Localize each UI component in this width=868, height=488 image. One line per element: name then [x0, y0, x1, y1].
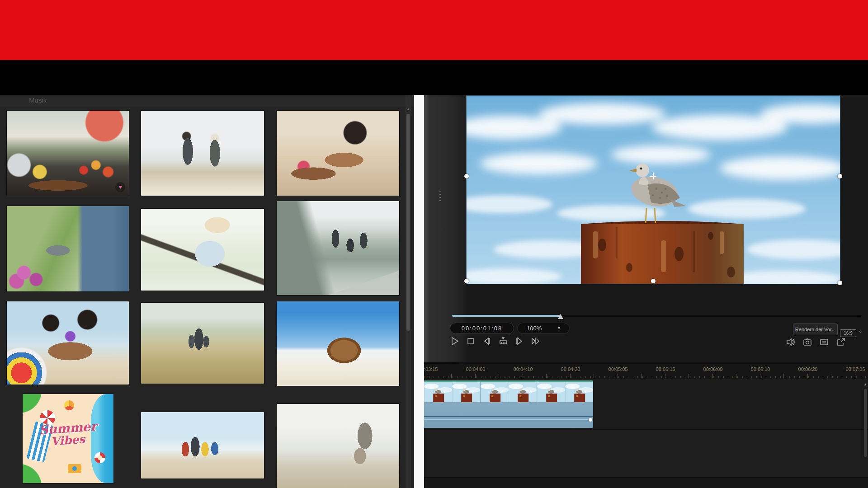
- selection-handle-bottom-left[interactable]: [464, 279, 469, 283]
- scrubber-playhead[interactable]: [558, 314, 563, 319]
- lifebuoy-icon: [94, 452, 105, 463]
- clip-volume-line[interactable]: [424, 419, 593, 420]
- next-frame-button[interactable]: [514, 335, 525, 347]
- media-category-header: Musik: [0, 95, 414, 107]
- fast-forward-button[interactable]: [530, 335, 542, 347]
- preview-scrubber[interactable]: [452, 314, 861, 318]
- header-bar: [0, 60, 868, 95]
- camera-illustration-icon: [68, 464, 81, 473]
- thumbnail-family-on-beach[interactable]: [141, 412, 264, 479]
- chevron-down-icon[interactable]: ⌄: [858, 328, 863, 334]
- ruler-label: 00:03:15: [424, 366, 438, 372]
- selection-handle-mid-left[interactable]: [464, 174, 469, 178]
- preview-tools: [785, 336, 847, 348]
- ruler-label: 00:04:10: [514, 366, 533, 372]
- timecode-display: 00:00:01:08: [450, 323, 514, 334]
- selection-handle-bottom-center[interactable]: [651, 279, 656, 283]
- seagull-video-image: [467, 96, 840, 284]
- timeline-scrollbar[interactable]: ▲: [863, 382, 868, 488]
- render-marker-button[interactable]: [497, 335, 509, 347]
- thumbnail-bbq-grill[interactable]: ♥: [7, 111, 129, 196]
- volume-handle[interactable]: [589, 418, 592, 422]
- beach-ball-icon: [64, 400, 74, 410]
- thumbnail-mother-child-beach[interactable]: [277, 404, 399, 488]
- panel-resize-grip[interactable]: [439, 191, 441, 202]
- volume-icon[interactable]: [785, 336, 797, 348]
- thumbnail-friends-jumping-lake[interactable]: [277, 201, 399, 295]
- thumbnail-family-walking-path[interactable]: [141, 303, 264, 384]
- ruler-label: 00:06:10: [751, 366, 770, 372]
- thumbnail-couple-dancing-beach[interactable]: [141, 111, 264, 196]
- scrubber-progress: [452, 315, 561, 317]
- center-crosshair-icon[interactable]: [650, 173, 656, 179]
- ruler-label: 00:07:05: [846, 366, 865, 372]
- timeline-track-empty-2[interactable]: [424, 478, 868, 488]
- zoom-level-select[interactable]: 100% ▼: [517, 323, 570, 334]
- ruler-ticks-major: [428, 374, 868, 378]
- preview-panel: 00:00:01:08 100% ▼ Rendern der Vor... 16…: [424, 95, 868, 362]
- scrollbar-thumb[interactable]: [864, 389, 867, 457]
- thumbnail-kids-beach-ball[interactable]: [7, 301, 129, 385]
- scroll-up-icon[interactable]: ▲: [406, 107, 411, 112]
- scrollbar-thumb[interactable]: [406, 114, 410, 331]
- play-button[interactable]: [448, 335, 460, 347]
- palm-leaf-icon: [23, 460, 45, 483]
- thumbnail-summer-vibes-card[interactable]: Summer Vibes: [23, 394, 113, 483]
- stop-button[interactable]: [465, 335, 476, 347]
- timeline-ruler[interactable]: 00:03:15 00:04:00 00:04:10 00:04:20 00:0…: [424, 364, 868, 379]
- ruler-label: 00:06:20: [798, 366, 818, 372]
- clip-audio-body: [424, 402, 593, 428]
- timeline-track-video[interactable]: [424, 379, 868, 429]
- preview-video-frame[interactable]: [467, 96, 840, 284]
- timeline-track-empty-1[interactable]: [424, 430, 868, 478]
- detach-fullscreen-icon[interactable]: [835, 336, 847, 348]
- thumbnail-beach-lounge-chair[interactable]: [277, 301, 399, 386]
- ruler-label: 00:04:00: [466, 366, 486, 372]
- previous-frame-button[interactable]: [481, 335, 493, 347]
- right-region: 00:00:01:08 100% ▼ Rendern der Vor... 16…: [424, 95, 868, 488]
- timeline-clip-seagull[interactable]: [424, 380, 593, 428]
- snapshot-camera-icon[interactable]: [802, 336, 813, 348]
- render-preview-button[interactable]: Rendern der Vor...: [793, 324, 838, 335]
- thumbnail-watering-flowers[interactable]: [7, 206, 129, 291]
- ruler-label: 00:05:05: [609, 366, 628, 372]
- transport-controls: [448, 335, 542, 347]
- track-options-icon[interactable]: [818, 336, 830, 348]
- timeline-panel: 00:03:15 00:04:00 00:04:10 00:04:20 00:0…: [424, 364, 868, 488]
- panel-divider[interactable]: [414, 95, 424, 488]
- media-category-label: Musik: [29, 96, 47, 104]
- ruler-label: 00:06:00: [703, 366, 723, 372]
- favorite-heart-icon[interactable]: ♥: [115, 182, 125, 192]
- thumbnail-women-lying-beach[interactable]: [277, 111, 399, 196]
- media-scrollbar[interactable]: ▲: [406, 95, 411, 488]
- summer-vibes-text: Summer Vibes: [23, 422, 113, 446]
- ruler-label: 00:05:15: [656, 366, 675, 372]
- clip-envelope-line: [424, 416, 593, 417]
- media-library-panel: Musik ♥ Summer Vibes: [0, 95, 414, 488]
- ruler-label: 00:04:20: [561, 366, 580, 372]
- dropdown-caret-icon: ▼: [557, 323, 561, 333]
- thumbnail-woman-sun-hat[interactable]: [141, 209, 264, 291]
- app-window: Musik ♥ Summer Vibes: [0, 0, 868, 488]
- selection-handle-mid-right[interactable]: [838, 174, 842, 178]
- scroll-up-icon[interactable]: ▲: [863, 382, 868, 387]
- selection-handle-bottom-right[interactable]: [838, 281, 842, 285]
- top-banner: [0, 0, 868, 60]
- clip-filmstrip: [424, 382, 593, 402]
